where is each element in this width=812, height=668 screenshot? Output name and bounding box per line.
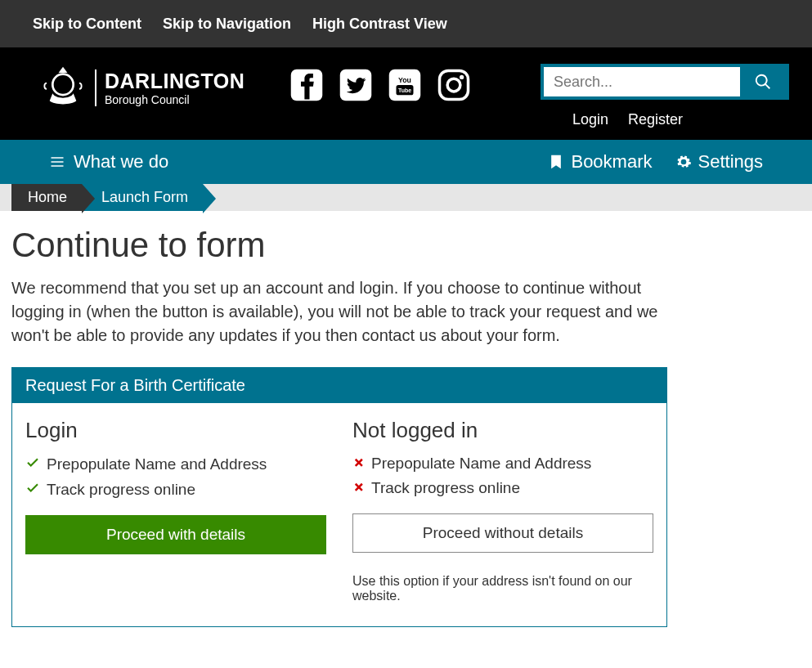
page-title: Continue to form <box>11 226 801 265</box>
youtube-icon[interactable]: YouTube <box>388 68 422 102</box>
logo-sub-text: Borough Council <box>105 93 244 106</box>
bookmark-icon <box>548 154 564 170</box>
list-item: Prepopulate Name and Address <box>25 455 326 473</box>
cross-icon <box>352 455 365 473</box>
nav-settings-label: Settings <box>698 151 764 173</box>
nav-bookmark[interactable]: Bookmark <box>548 151 652 173</box>
proceed-without-details-button[interactable]: Proceed without details <box>352 513 653 553</box>
proceed-with-details-button[interactable]: Proceed with details <box>25 515 326 554</box>
gear-icon <box>675 154 692 170</box>
crest-icon <box>39 64 87 111</box>
nav-bookmark-label: Bookmark <box>571 151 652 173</box>
svg-text:You: You <box>398 76 411 84</box>
list-item: Track progress online <box>352 479 653 497</box>
breadcrumb-home[interactable]: Home <box>11 184 82 211</box>
svg-rect-7 <box>440 71 469 100</box>
breadcrumb: Home Launch Form <box>0 184 812 211</box>
search-button[interactable] <box>740 67 786 96</box>
svg-point-8 <box>447 78 460 92</box>
nav-settings[interactable]: Settings <box>675 151 764 173</box>
login-feature-1: Prepopulate Name and Address <box>47 455 267 473</box>
cross-icon <box>352 479 365 497</box>
hamburger-icon <box>49 154 65 170</box>
svg-point-9 <box>460 75 464 79</box>
nav-what-we-do-label: What we do <box>74 151 168 173</box>
site-logo[interactable]: DARLINGTON Borough Council <box>39 64 244 111</box>
login-link[interactable]: Login <box>572 111 608 128</box>
login-option-title: Login <box>25 418 326 443</box>
skip-to-navigation-link[interactable]: Skip to Navigation <box>163 16 291 33</box>
list-item: Prepopulate Name and Address <box>352 455 653 473</box>
svg-text:Tube: Tube <box>398 87 411 93</box>
register-link[interactable]: Register <box>628 111 683 128</box>
guest-feature-2: Track progress online <box>371 479 520 497</box>
login-feature-2: Track progress online <box>47 481 195 499</box>
guest-feature-1: Prepopulate Name and Address <box>371 455 591 473</box>
nav-what-we-do[interactable]: What we do <box>49 151 168 173</box>
check-icon <box>25 455 40 473</box>
guest-option-title: Not logged in <box>352 418 653 443</box>
twitter-icon[interactable] <box>339 68 373 102</box>
intro-text: We recommend that you set up an account … <box>11 276 674 347</box>
svg-point-0 <box>52 74 73 95</box>
list-item: Track progress online <box>25 480 326 499</box>
breadcrumb-launch-form[interactable]: Launch Form <box>77 184 203 211</box>
logo-main-text: DARLINGTON <box>105 69 244 93</box>
search-input[interactable] <box>544 67 740 96</box>
facebook-icon[interactable] <box>289 68 324 102</box>
high-contrast-link[interactable]: High Contrast View <box>312 16 447 33</box>
check-icon <box>25 480 40 499</box>
skip-to-content-link[interactable]: Skip to Content <box>33 16 141 33</box>
panel-heading: Request For a Birth Certificate <box>12 368 666 403</box>
instagram-icon[interactable] <box>437 68 471 102</box>
search-icon <box>754 73 772 91</box>
guest-hint: Use this option if your address isn't fo… <box>352 574 647 603</box>
